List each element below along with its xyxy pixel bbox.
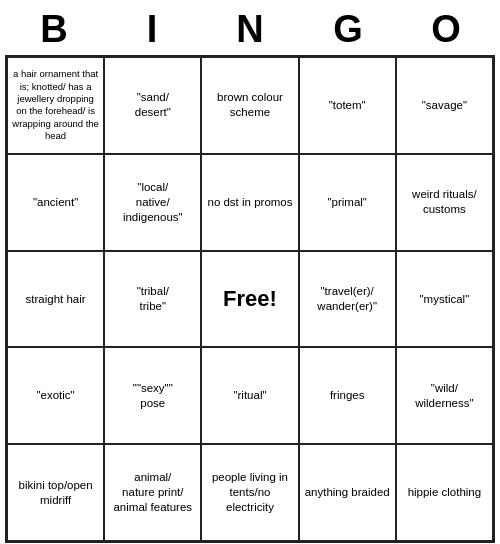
bingo-letter-b: B bbox=[9, 8, 99, 51]
bingo-cell-10: straight hair bbox=[7, 251, 104, 348]
bingo-cell-2: brown colour scheme bbox=[201, 57, 298, 154]
bingo-header: BINGO bbox=[5, 0, 495, 55]
bingo-letter-n: N bbox=[205, 8, 295, 51]
bingo-cell-18: fringes bbox=[299, 347, 396, 444]
bingo-cell-3: "totem" bbox=[299, 57, 396, 154]
bingo-letter-g: G bbox=[303, 8, 393, 51]
bingo-cell-5: "ancient" bbox=[7, 154, 104, 251]
bingo-cell-13: "travel(er)/ wander(er)" bbox=[299, 251, 396, 348]
bingo-cell-14: "mystical" bbox=[396, 251, 493, 348]
bingo-cell-22: people living in tents/no electricity bbox=[201, 444, 298, 541]
bingo-cell-17: "ritual" bbox=[201, 347, 298, 444]
bingo-cell-21: animal/ nature print/ animal features bbox=[104, 444, 201, 541]
bingo-cell-6: "local/ native/ indigenous" bbox=[104, 154, 201, 251]
bingo-cell-9: weird rituals/ customs bbox=[396, 154, 493, 251]
bingo-cell-7: no dst in promos bbox=[201, 154, 298, 251]
bingo-cell-23: anything braided bbox=[299, 444, 396, 541]
bingo-cell-16: ""sexy"" pose bbox=[104, 347, 201, 444]
bingo-cell-1: "sand/ desert" bbox=[104, 57, 201, 154]
bingo-letter-o: O bbox=[401, 8, 491, 51]
bingo-cell-20: bikini top/open midriff bbox=[7, 444, 104, 541]
bingo-cell-0: a hair ornament that is; knotted/ has a … bbox=[7, 57, 104, 154]
bingo-cell-4: "savage" bbox=[396, 57, 493, 154]
bingo-cell-24: hippie clothing bbox=[396, 444, 493, 541]
bingo-cell-8: "primal" bbox=[299, 154, 396, 251]
bingo-grid: a hair ornament that is; knotted/ has a … bbox=[5, 55, 495, 543]
bingo-cell-15: "exotic" bbox=[7, 347, 104, 444]
bingo-letter-i: I bbox=[107, 8, 197, 51]
bingo-cell-19: "wild/ wilderness" bbox=[396, 347, 493, 444]
bingo-cell-11: "tribal/ tribe" bbox=[104, 251, 201, 348]
bingo-cell-12: Free! bbox=[201, 251, 298, 348]
